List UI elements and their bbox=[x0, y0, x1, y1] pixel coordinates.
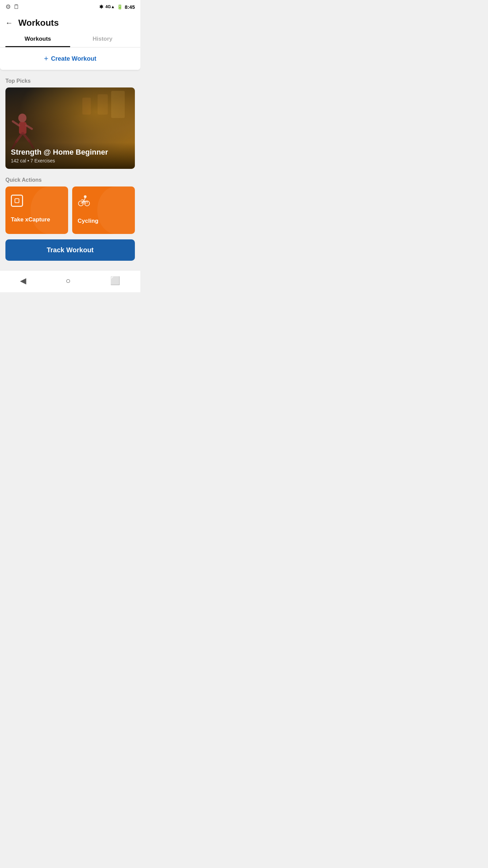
gear-icon: ⚙ bbox=[5, 3, 11, 11]
svg-line-9 bbox=[84, 198, 85, 201]
quick-actions-row: Take xCapture bbox=[5, 186, 135, 234]
quick-actions-section: Quick Actions Take xCapture bbox=[5, 177, 135, 234]
cycling-label: Cycling bbox=[78, 218, 129, 224]
top-picks-meta: 142 cal • 7 Exercises bbox=[11, 158, 129, 163]
time-display: 8:45 bbox=[125, 4, 135, 10]
svg-point-8 bbox=[84, 195, 86, 198]
signal-icon: 4G▲ bbox=[105, 4, 115, 9]
nav-back-icon[interactable]: ◀ bbox=[12, 275, 34, 287]
tab-history[interactable]: History bbox=[70, 31, 135, 47]
top-picks-title: Strength @ Home Beginner bbox=[11, 148, 129, 157]
page-title: Workouts bbox=[18, 18, 59, 28]
cycling-card[interactable]: Cycling bbox=[72, 186, 135, 234]
svg-line-4 bbox=[16, 133, 22, 142]
xcapture-icon bbox=[11, 195, 23, 207]
battery-icon: 🔋 bbox=[117, 4, 123, 9]
bluetooth-icon: ✱ bbox=[99, 4, 103, 9]
nav-home-icon[interactable]: ○ bbox=[58, 275, 79, 287]
svg-point-0 bbox=[18, 114, 26, 122]
svg-line-10 bbox=[82, 200, 84, 200]
tab-workouts[interactable]: Workouts bbox=[5, 31, 70, 47]
svg-line-5 bbox=[23, 133, 29, 141]
clipboard-icon: 🗒 bbox=[14, 3, 20, 11]
xcapture-label: Take xCapture bbox=[11, 216, 63, 223]
track-workout-button[interactable]: Track Workout bbox=[5, 239, 135, 261]
create-workout-card: + Create Workout bbox=[0, 47, 140, 70]
status-left-icons: ⚙ 🗒 bbox=[5, 3, 20, 11]
create-workout-button[interactable]: + Create Workout bbox=[44, 54, 97, 63]
tabs-container: Workouts History bbox=[0, 31, 140, 47]
svg-line-2 bbox=[13, 121, 19, 125]
status-right-icons: ✱ 4G▲ 🔋 8:45 bbox=[99, 4, 135, 10]
status-bar: ⚙ 🗒 ✱ 4G▲ 🔋 8:45 bbox=[0, 0, 140, 14]
nav-recents-icon[interactable]: ⬜ bbox=[102, 275, 128, 287]
back-button[interactable]: ← bbox=[5, 19, 13, 27]
bottom-nav: ◀ ○ ⬜ bbox=[0, 270, 140, 292]
header: ← Workouts bbox=[0, 14, 140, 31]
top-picks-overlay: Strength @ Home Beginner 142 cal • 7 Exe… bbox=[5, 142, 135, 169]
main-content: Top Picks bbox=[0, 74, 140, 270]
cycling-icon bbox=[78, 195, 129, 208]
xcapture-icon-inner bbox=[15, 198, 19, 203]
svg-line-3 bbox=[26, 125, 32, 129]
quick-actions-section-label: Quick Actions bbox=[5, 177, 135, 183]
plus-icon: + bbox=[44, 54, 48, 63]
xcapture-card[interactable]: Take xCapture bbox=[5, 186, 68, 234]
top-picks-section-label: Top Picks bbox=[5, 78, 135, 84]
top-picks-card[interactable]: Strength @ Home Beginner 142 cal • 7 Exe… bbox=[5, 87, 135, 169]
create-workout-label: Create Workout bbox=[51, 55, 97, 62]
